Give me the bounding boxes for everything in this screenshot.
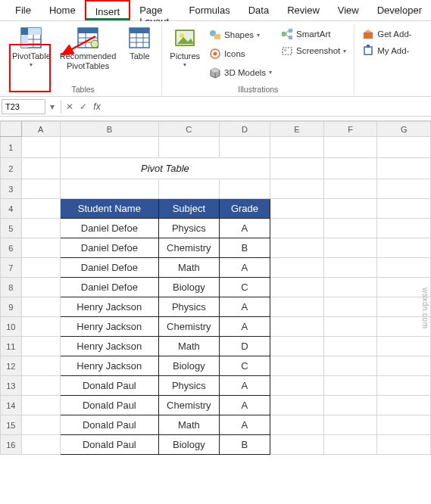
tab-formulas[interactable]: Formulas <box>180 0 239 20</box>
col-header[interactable]: E <box>270 122 324 137</box>
my-addins-button[interactable]: My Add- <box>359 42 414 59</box>
svg-rect-4 <box>21 35 28 48</box>
row-header[interactable]: 14 <box>1 396 22 415</box>
col-header[interactable]: A <box>21 122 60 137</box>
row-header[interactable]: 11 <box>1 337 22 356</box>
col-header[interactable]: D <box>219 122 270 137</box>
3d-models-button[interactable]: 3D Models▾ <box>206 64 275 81</box>
cell[interactable]: Math <box>158 258 219 278</box>
cell[interactable]: Henry Jackson <box>60 356 158 376</box>
row-header[interactable]: 1 <box>1 137 22 158</box>
cell[interactable]: Donald Paul <box>60 435 158 455</box>
svg-rect-15 <box>130 28 149 33</box>
cell[interactable]: Math <box>158 337 219 356</box>
cell[interactable]: D <box>219 337 270 356</box>
tab-page-layout[interactable]: Page Layout <box>130 0 180 20</box>
table-header[interactable]: Student Name <box>60 199 158 219</box>
table-header[interactable]: Subject <box>158 199 219 219</box>
col-header[interactable]: B <box>60 122 158 137</box>
col-header[interactable]: G <box>377 122 431 137</box>
cell[interactable]: C <box>219 356 270 376</box>
table-button[interactable]: Table <box>122 24 157 83</box>
row-header[interactable]: 13 <box>1 376 22 396</box>
tab-view[interactable]: View <box>329 0 368 20</box>
cell[interactable]: Biology <box>158 356 219 376</box>
tab-insert[interactable]: Insert <box>85 0 131 20</box>
ribbon-tabs: File Home Insert Page Layout Formulas Da… <box>0 0 431 21</box>
recommended-pivot-button[interactable]: Recommended PivotTables <box>57 24 120 83</box>
select-all-corner[interactable] <box>1 122 22 137</box>
watermark: wsxdn.com <box>421 288 429 329</box>
cell[interactable]: Biology <box>158 278 219 297</box>
tab-data[interactable]: Data <box>239 0 278 20</box>
table-header[interactable]: Grade <box>219 199 270 219</box>
cell[interactable]: A <box>219 415 270 435</box>
tab-file[interactable]: File <box>6 0 40 20</box>
cell[interactable]: A <box>219 376 270 396</box>
cell[interactable]: C <box>219 278 270 297</box>
row-header[interactable]: 15 <box>1 415 22 435</box>
svg-rect-27 <box>282 32 286 36</box>
tab-review[interactable]: Review <box>278 0 329 20</box>
row-header[interactable]: 6 <box>1 238 22 258</box>
cell[interactable]: Donald Paul <box>60 376 158 396</box>
cell[interactable]: Henry Jackson <box>60 297 158 317</box>
cell[interactable]: A <box>219 297 270 317</box>
pivot-table-button[interactable]: PivotTable ▾ <box>9 24 54 83</box>
col-header[interactable]: F <box>323 122 377 137</box>
icons-button[interactable]: Icons <box>206 45 275 62</box>
cell[interactable]: Chemistry <box>158 238 219 258</box>
col-header[interactable]: C <box>158 122 219 137</box>
row-header[interactable]: 9 <box>1 297 22 317</box>
worksheet-grid[interactable]: A B C D E F G 1 2Pivot Table 3 4 Student… <box>0 121 431 455</box>
chevron-down-icon: ▾ <box>257 32 260 39</box>
row-header[interactable]: 8 <box>1 278 22 297</box>
cell[interactable]: Daniel Defoe <box>60 258 158 278</box>
cell[interactable]: A <box>219 258 270 278</box>
fx-icon[interactable]: fx <box>90 99 104 114</box>
cell[interactable]: A <box>219 219 270 238</box>
title-cell[interactable]: Pivot Table <box>60 158 270 179</box>
cell[interactable]: Henry Jackson <box>60 317 158 337</box>
row-header[interactable]: 16 <box>1 435 22 455</box>
cancel-icon[interactable]: ✕ <box>63 99 77 114</box>
row-header[interactable]: 4 <box>1 199 22 219</box>
cell[interactable]: Donald Paul <box>60 415 158 435</box>
row-header[interactable]: 3 <box>1 179 22 199</box>
row-header[interactable]: 12 <box>1 356 22 376</box>
cell[interactable]: A <box>219 396 270 415</box>
smartart-button[interactable]: SmartArt <box>278 26 349 42</box>
cell[interactable]: Daniel Defoe <box>60 238 158 258</box>
cell[interactable]: Math <box>158 415 219 435</box>
cell[interactable]: B <box>219 435 270 455</box>
icons-icon <box>209 48 221 60</box>
table-icon <box>127 26 151 50</box>
accept-icon[interactable]: ✓ <box>77 99 90 114</box>
name-box[interactable] <box>2 99 45 114</box>
cell[interactable]: Donald Paul <box>60 396 158 415</box>
row-header[interactable]: 7 <box>1 258 22 278</box>
cell[interactable]: Chemistry <box>158 396 219 415</box>
pictures-button[interactable]: Pictures ▾ <box>167 24 203 83</box>
screenshot-button[interactable]: Screenshot▾ <box>278 42 349 59</box>
get-addins-button[interactable]: Get Add- <box>359 26 414 42</box>
tab-home[interactable]: Home <box>40 0 85 20</box>
tab-developer[interactable]: Developer <box>368 0 431 20</box>
cell[interactable]: Physics <box>158 297 219 317</box>
screenshot-icon <box>281 45 293 57</box>
cell[interactable]: Daniel Defoe <box>60 219 158 238</box>
shapes-button[interactable]: Shapes▾ <box>206 26 275 43</box>
name-box-dropdown[interactable]: ▾ <box>45 99 59 114</box>
cell[interactable]: Daniel Defoe <box>60 278 158 297</box>
cell[interactable]: Biology <box>158 435 219 455</box>
row-header[interactable]: 2 <box>1 158 22 179</box>
cell[interactable]: Chemistry <box>158 317 219 337</box>
cell[interactable]: B <box>219 238 270 258</box>
row-header[interactable]: 5 <box>1 219 22 238</box>
formula-input[interactable] <box>104 99 429 114</box>
cell[interactable]: Physics <box>158 376 219 396</box>
cell[interactable]: Physics <box>158 219 219 238</box>
row-header[interactable]: 10 <box>1 317 22 337</box>
cell[interactable]: A <box>219 317 270 337</box>
cell[interactable]: Henry Jackson <box>60 337 158 356</box>
